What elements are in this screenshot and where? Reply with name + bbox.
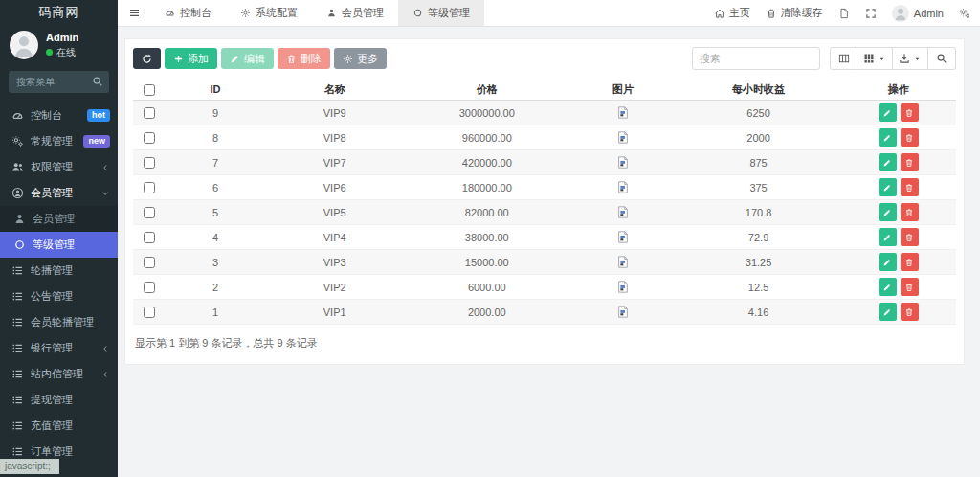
- row-delete-button[interactable]: [901, 128, 919, 147]
- sidebar-item-提现管理[interactable]: 提现管理: [0, 387, 118, 413]
- row-delete-button[interactable]: [901, 178, 919, 196]
- row-edit-button[interactable]: [879, 228, 897, 246]
- more-button[interactable]: 更多: [334, 48, 387, 69]
- cell-hourly-income: 170.8: [677, 200, 841, 225]
- cell-price: 420000.00: [405, 150, 569, 175]
- row-edit-button[interactable]: [879, 128, 897, 147]
- row-checkbox[interactable]: [144, 157, 155, 169]
- column-header: 名称: [265, 79, 405, 101]
- table-row[interactable]: 6VIP6180000.00375: [133, 175, 956, 200]
- table-search-input[interactable]: [692, 47, 820, 70]
- online-dot-icon: [46, 49, 53, 56]
- cell-price: 6000.00: [405, 275, 569, 300]
- add-button[interactable]: 添加: [165, 48, 217, 69]
- columns-button[interactable]: [858, 47, 893, 70]
- row-edit-button[interactable]: [879, 178, 897, 196]
- sidebar-item-银行管理[interactable]: 银行管理: [0, 335, 118, 361]
- sidebar-user-name: Admin: [46, 32, 78, 43]
- cell-hourly-income: 31.25: [677, 250, 841, 275]
- row-edit-button[interactable]: [879, 203, 897, 221]
- trash-icon: [904, 307, 914, 317]
- export-button[interactable]: [893, 47, 928, 70]
- sidebar-item-权限管理[interactable]: 权限管理: [0, 154, 118, 180]
- row-checkbox[interactable]: [144, 257, 155, 268]
- nav-清除缓存-button[interactable]: 清除缓存: [766, 6, 823, 20]
- delete-button[interactable]: 删除: [278, 48, 330, 69]
- row-delete-button[interactable]: [901, 103, 919, 122]
- sidebar-item-label: 银行管理: [31, 341, 100, 355]
- sidebar-item-常规管理[interactable]: 常规管理new: [0, 128, 118, 154]
- tab-等级管理[interactable]: 等级管理: [398, 0, 484, 26]
- row-edit-button[interactable]: [879, 153, 897, 171]
- cell-name: VIP1: [265, 300, 405, 325]
- table-row[interactable]: 8VIP8960000.002000: [133, 125, 956, 150]
- edit-button[interactable]: 编辑: [221, 48, 274, 69]
- select-all-checkbox[interactable]: [144, 84, 155, 96]
- pagination-summary: 显示第 1 到第 9 条记录，总共 9 条记录: [133, 336, 956, 351]
- sidebar-item-会员管理[interactable]: 会员管理: [0, 206, 118, 232]
- tab-会员管理[interactable]: 会员管理: [312, 0, 398, 26]
- sidebar-toggle-button[interactable]: [118, 0, 150, 26]
- table-row[interactable]: 5VIP582000.00170.8: [133, 200, 956, 225]
- table-row[interactable]: 1VIP12000.004.16: [133, 300, 956, 325]
- row-delete-button[interactable]: [901, 153, 919, 171]
- nav-page-button[interactable]: [838, 8, 850, 19]
- row-checkbox[interactable]: [144, 307, 155, 318]
- link-href-tooltip: javascript:;: [0, 459, 59, 474]
- cell-price: 2000.00: [405, 300, 569, 325]
- dashboard-icon: [165, 8, 175, 18]
- row-checkbox[interactable]: [144, 207, 155, 218]
- list-icon: [11, 445, 24, 458]
- sidebar-item-label: 站内信管理: [31, 367, 100, 381]
- refresh-button[interactable]: [133, 48, 161, 69]
- caret-down-icon: [913, 55, 922, 63]
- trash-icon: [286, 54, 297, 64]
- row-edit-button[interactable]: [879, 303, 897, 321]
- table-row[interactable]: 4VIP438000.0072.9: [133, 225, 956, 250]
- list-icon: [11, 342, 24, 354]
- search-icon: [92, 76, 103, 87]
- toggle-view-button[interactable]: [830, 47, 858, 70]
- tab-label: 控制台: [180, 6, 212, 20]
- plus-icon: [173, 54, 184, 64]
- row-checkbox[interactable]: [144, 132, 155, 144]
- settings-button[interactable]: [959, 8, 970, 19]
- tab-控制台[interactable]: 控制台: [150, 0, 226, 26]
- nav-expand-button[interactable]: [865, 8, 877, 19]
- row-checkbox[interactable]: [144, 232, 155, 243]
- row-delete-button[interactable]: [901, 278, 919, 296]
- nav-主页-button[interactable]: 主页: [714, 6, 750, 20]
- table-row[interactable]: 3VIP315000.0031.25: [133, 250, 956, 275]
- sidebar-item-会员管理[interactable]: 会员管理: [0, 180, 118, 206]
- row-delete-button[interactable]: [901, 203, 919, 221]
- tab-系统配置[interactable]: 系统配置: [226, 0, 312, 26]
- row-delete-button[interactable]: [901, 228, 919, 246]
- broken-image-icon: [616, 154, 630, 170]
- sidebar-item-公告管理[interactable]: 公告管理: [0, 284, 118, 309]
- cell-hourly-income: 12.5: [677, 275, 841, 300]
- sidebar-item-等级管理[interactable]: 等级管理: [0, 232, 118, 258]
- user-menu[interactable]: Admin: [892, 5, 944, 22]
- row-checkbox[interactable]: [144, 282, 155, 293]
- sidebar-item-站内信管理[interactable]: 站内信管理: [0, 361, 118, 387]
- cell-price: 960000.00: [405, 125, 569, 150]
- table-row[interactable]: 9VIP93000000.006250: [133, 101, 956, 125]
- row-delete-button[interactable]: [901, 253, 919, 271]
- row-edit-button[interactable]: [879, 103, 897, 122]
- sidebar-item-轮播管理[interactable]: 轮播管理: [0, 258, 118, 284]
- pencil-icon: [230, 54, 240, 64]
- export-icon: [899, 53, 910, 64]
- row-checkbox[interactable]: [144, 107, 155, 119]
- row-edit-button[interactable]: [879, 278, 897, 296]
- row-edit-button[interactable]: [879, 253, 897, 271]
- table-row[interactable]: 2VIP26000.0012.5: [133, 275, 956, 300]
- cell-name: VIP6: [265, 175, 405, 200]
- sidebar-item-控制台[interactable]: 控制台hot: [0, 102, 118, 128]
- cell-price: 3000000.00: [405, 101, 569, 125]
- sidebar-item-会员轮播管理[interactable]: 会员轮播管理: [0, 309, 118, 335]
- row-checkbox[interactable]: [144, 182, 155, 193]
- sidebar-item-充值管理[interactable]: 充值管理: [0, 413, 118, 439]
- search-button[interactable]: [928, 47, 956, 70]
- table-row[interactable]: 7VIP7420000.00875: [133, 150, 956, 175]
- row-delete-button[interactable]: [901, 303, 919, 321]
